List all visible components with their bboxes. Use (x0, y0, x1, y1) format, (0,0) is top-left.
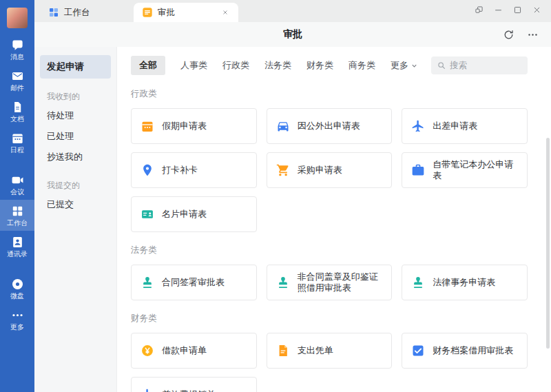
yuan-coin-icon (141, 344, 154, 358)
avatar[interactable] (7, 8, 28, 28)
card-loan-request[interactable]: 借款申请单 (131, 333, 257, 369)
cart-icon (276, 163, 290, 177)
ellipsis-icon (11, 309, 24, 322)
card-grid-finance: 借款申请单 支出凭单 财务档案借用审批表 差旅费报销单 (131, 333, 528, 392)
card-grid-legal: 合同签署审批表 非合同盖章及印鉴证照借用审批表 法律事务申请表 (131, 265, 528, 300)
titlebar: 工作台 审批 (34, 0, 551, 22)
id-card-icon (141, 207, 154, 221)
card-non-contract-seal[interactable]: 非合同盖章及印鉴证照借用审批表 (267, 265, 393, 300)
filter-tab-more[interactable]: 更多 (391, 59, 418, 72)
close-window-icon[interactable] (532, 6, 541, 14)
approval-badge-icon (142, 7, 153, 18)
sidebar-item-schedule[interactable]: 日程 (0, 127, 34, 158)
search-input[interactable] (450, 61, 522, 70)
card-legal-affairs[interactable]: 法律事务申请表 (402, 265, 528, 300)
doc-check-icon (411, 344, 425, 358)
create-request-button[interactable]: 发起申请 (40, 55, 111, 79)
card-business-outing[interactable]: 因公外出申请表 (267, 108, 393, 144)
card-finance-archive[interactable]: 财务档案借用审批表 (402, 333, 528, 369)
tab-label: 审批 (158, 7, 175, 19)
sidebar-item-drive[interactable]: 微盘 (0, 273, 34, 304)
airplane-icon (411, 119, 425, 133)
sidebar-item-workbench[interactable]: 工作台 (0, 200, 34, 231)
refresh-icon[interactable] (503, 29, 514, 41)
card-contract-signing[interactable]: 合同签署审批表 (131, 265, 257, 300)
filter-tab-all[interactable]: 全部 (131, 56, 165, 75)
group-label-received: 我收到的 (40, 91, 111, 103)
sidebar-item-docs[interactable]: 文档 (0, 96, 34, 127)
calendar-icon (141, 119, 154, 133)
maximize-icon[interactable] (513, 6, 522, 14)
card-byod-laptop[interactable]: 自带笔记本办公申请表 (402, 152, 528, 188)
calendar-icon (11, 132, 24, 145)
stamp-icon (411, 276, 425, 289)
stamp-icon (141, 276, 154, 289)
chevron-down-icon (410, 62, 418, 70)
page-title: 审批 (34, 28, 551, 41)
page-header: 审批 (34, 22, 551, 47)
primary-sidebar: 消息 邮件 文档 日程 会议 工作台 通讯录 微盘 (0, 0, 34, 392)
contacts-icon (11, 236, 24, 249)
popup-window-icon[interactable] (475, 6, 484, 14)
briefcase-icon (411, 163, 425, 177)
menu-item-pending[interactable]: 待处理 (40, 105, 111, 126)
section-title-finance: 财务类 (131, 313, 544, 324)
sidebar-item-messages[interactable]: 消息 (0, 34, 34, 65)
header-actions (503, 29, 551, 41)
card-expense-voucher[interactable]: 支出凭单 (267, 333, 393, 369)
minimize-icon[interactable] (494, 6, 503, 14)
window-controls (475, 6, 551, 14)
card-travel-reimbursement[interactable]: 差旅费报销单 (131, 377, 257, 392)
main-area: 工作台 审批 审批 发起申请 (34, 0, 551, 392)
car-icon (276, 119, 290, 133)
search-box[interactable] (431, 56, 528, 74)
menu-item-cc-to-me[interactable]: 抄送我的 (40, 147, 111, 167)
page-body: 发起申请 我收到的 待处理 已处理 抄送我的 我提交的 已提交 全部 人事类 行… (34, 47, 551, 392)
app-window: 消息 邮件 文档 日程 会议 工作台 通讯录 微盘 (0, 0, 551, 392)
filter-tab-business[interactable]: 商务类 (349, 59, 375, 72)
sidebar-item-more[interactable]: 更多 (0, 304, 34, 335)
close-tab-icon[interactable] (220, 8, 230, 17)
card-grid-admin: 假期申请表 因公外出申请表 出差申请表 打卡补卡 (131, 108, 528, 232)
sidebar-item-mail[interactable]: 邮件 (0, 65, 34, 96)
tab-workbench[interactable]: 工作台 (40, 3, 128, 22)
filter-tab-hr[interactable]: 人事类 (180, 59, 207, 72)
chat-icon (11, 39, 24, 52)
filter-tab-legal[interactable]: 法务类 (264, 59, 291, 72)
tab-label: 工作台 (64, 7, 90, 19)
category-filter-bar: 全部 人事类 行政类 法务类 财务类 商务类 更多 (131, 55, 544, 76)
disk-drive-icon (11, 278, 24, 291)
card-vacation-request[interactable]: 假期申请表 (131, 108, 257, 144)
menu-item-submitted[interactable]: 已提交 (40, 194, 111, 215)
approval-content: 全部 人事类 行政类 法务类 财务类 商务类 更多 行政 (117, 47, 551, 392)
sidebar-item-meetings[interactable]: 会议 (0, 169, 34, 200)
card-business-trip[interactable]: 出差申请表 (402, 108, 528, 144)
group-label-submitted: 我提交的 (40, 180, 111, 192)
menu-item-processed[interactable]: 已处理 (40, 126, 111, 147)
card-clockin-makeup[interactable]: 打卡补卡 (131, 152, 257, 188)
card-purchase-request[interactable]: 采购申请表 (267, 152, 393, 188)
mail-icon (11, 70, 24, 83)
voucher-icon (276, 344, 290, 358)
tab-approval[interactable]: 审批 (134, 3, 238, 22)
workbench-grid-icon (48, 7, 59, 18)
card-business-card-request[interactable]: 名片申请表 (131, 196, 257, 232)
filter-tab-finance[interactable]: 财务类 (306, 59, 333, 72)
filter-tab-admin[interactable]: 行政类 (222, 59, 249, 72)
document-icon (11, 101, 24, 114)
stamp-icon (276, 276, 290, 289)
location-pin-icon (141, 163, 154, 177)
scrollbar-thumb[interactable] (546, 138, 550, 349)
video-meeting-icon (11, 174, 24, 187)
grid-icon (11, 205, 24, 218)
search-icon (437, 61, 446, 70)
section-title-admin: 行政类 (131, 88, 544, 100)
approval-side-menu: 发起申请 我收到的 待处理 已处理 抄送我的 我提交的 已提交 (34, 47, 117, 392)
section-title-legal: 法务类 (131, 245, 544, 256)
airplane-icon (141, 388, 154, 392)
sidebar-item-contacts[interactable]: 通讯录 (0, 231, 34, 262)
more-options-icon[interactable] (527, 29, 539, 41)
